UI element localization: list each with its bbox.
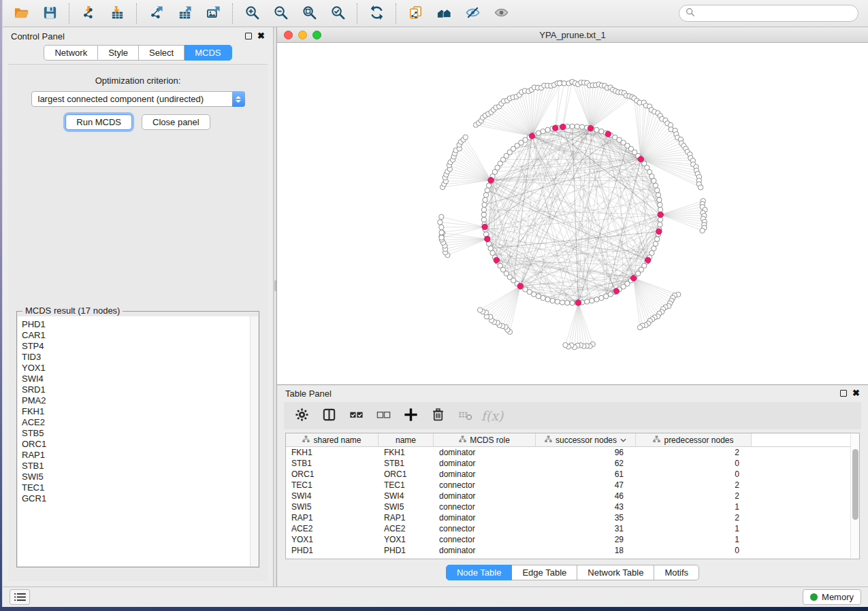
mcds-result-item[interactable]: STB5 <box>22 428 250 439</box>
mcds-result-item[interactable]: SWI5 <box>22 472 250 482</box>
zoom-out-button[interactable] <box>266 2 295 25</box>
mcds-result-item[interactable]: ORC1 <box>22 439 250 450</box>
table-row[interactable]: SWI4SWI4dominator462 <box>286 491 859 501</box>
table-cell[interactable]: connector <box>434 501 536 512</box>
show-all-button[interactable] <box>487 2 515 25</box>
table-cell[interactable]: 1 <box>636 523 752 534</box>
refresh-view-button[interactable] <box>362 2 391 25</box>
save-session-button[interactable] <box>35 2 64 25</box>
table-scrollbar[interactable] <box>850 434 859 558</box>
table-cell[interactable]: dominator <box>434 512 536 523</box>
mcds-result-item[interactable]: PHD1 <box>22 319 250 330</box>
import-network-button[interactable] <box>74 2 103 25</box>
mcds-result-item[interactable]: GCR1 <box>22 493 250 504</box>
mcds-result-scrollbar[interactable] <box>250 316 258 566</box>
tab-motifs[interactable]: Motifs <box>654 565 699 580</box>
duplicate-network-button[interactable] <box>401 2 430 25</box>
close-panel-icon[interactable]: ✖ <box>257 33 265 39</box>
table-cell[interactable]: 0 <box>636 469 752 480</box>
table-cell[interactable]: 61 <box>536 469 636 480</box>
table-cell[interactable]: ORC1 <box>379 469 434 480</box>
mcds-result-item[interactable]: RAP1 <box>22 450 250 461</box>
hide-selected-button[interactable] <box>458 2 487 25</box>
column-header-successor-nodes[interactable]: successor nodes <box>536 433 636 447</box>
float-panel-icon[interactable] <box>245 33 252 39</box>
table-scrollbar-thumb[interactable] <box>852 449 858 520</box>
table-cell[interactable]: 2 <box>636 512 752 523</box>
table-cell[interactable]: RAP1 <box>286 512 379 523</box>
table-cell[interactable]: RAP1 <box>379 512 434 523</box>
table-row[interactable]: TEC1TEC1connector472 <box>286 480 859 491</box>
table-cell[interactable]: ACE2 <box>286 523 379 534</box>
table-cell[interactable]: FKH1 <box>379 447 434 458</box>
table-cell[interactable]: 47 <box>536 480 636 491</box>
mcds-result-item[interactable]: TEC1 <box>22 482 250 493</box>
first-neighbors-button[interactable] <box>430 2 458 25</box>
network-window-titlebar[interactable]: YPA_prune.txt_1 <box>277 27 868 43</box>
close-table-panel-icon[interactable]: ✖ <box>852 390 860 397</box>
table-cell[interactable]: 31 <box>536 523 636 534</box>
column-header-name[interactable]: name <box>379 433 434 447</box>
table-cell[interactable]: 2 <box>636 447 752 458</box>
table-cell[interactable]: STB1 <box>286 458 379 469</box>
table-cell[interactable]: connector <box>434 480 536 491</box>
table-row[interactable]: PHD1PHD1dominator180 <box>286 545 859 556</box>
tab-network[interactable]: Network <box>44 45 98 61</box>
table-cell[interactable]: 43 <box>536 501 636 512</box>
tab-node-table[interactable]: Node Table <box>446 565 513 580</box>
table-cell[interactable]: SWI5 <box>286 501 379 512</box>
delete-rows-button[interactable] <box>425 404 450 427</box>
memory-button[interactable]: Memory <box>803 589 861 605</box>
mcds-result-item[interactable]: STB1 <box>22 461 250 472</box>
table-cell[interactable]: SWI4 <box>286 491 379 501</box>
mcds-result-item[interactable]: TID3 <box>22 352 250 363</box>
tab-style[interactable]: Style <box>98 45 139 61</box>
table-cell[interactable]: TEC1 <box>286 480 379 491</box>
tab-edge-table[interactable]: Edge Table <box>512 565 577 580</box>
tab-select[interactable]: Select <box>139 45 184 61</box>
table-cell[interactable]: SWI4 <box>379 491 434 501</box>
table-cell[interactable]: STB1 <box>379 458 434 469</box>
search-box[interactable] <box>679 5 858 22</box>
table-cell[interactable]: YOX1 <box>286 534 379 545</box>
mcds-result-item[interactable]: ACE2 <box>22 417 250 428</box>
export-table-button[interactable] <box>170 2 199 25</box>
column-header-shared-name[interactable]: shared name <box>286 433 379 447</box>
zoom-fit-button[interactable] <box>295 2 323 25</box>
mcds-result-item[interactable]: STP4 <box>22 341 250 352</box>
table-row[interactable]: STB1STB1dominator620 <box>286 458 859 469</box>
close-panel-button[interactable]: Close panel <box>142 114 210 130</box>
table-cell[interactable]: connector <box>434 534 536 545</box>
open-session-button[interactable] <box>7 2 35 25</box>
mcds-result-item[interactable]: YOX1 <box>22 363 250 374</box>
float-table-panel-icon[interactable] <box>840 390 847 397</box>
task-history-button[interactable] <box>10 589 30 605</box>
table-cell[interactable]: 96 <box>536 447 636 458</box>
table-cell[interactable]: PHD1 <box>379 545 434 556</box>
mcds-result-list[interactable]: PHD1CAR1STP4TID3YOX1SWI4SRD1PMA2FKH1ACE2… <box>18 316 258 566</box>
table-cell[interactable]: 1 <box>636 534 752 545</box>
table-cell[interactable]: 46 <box>536 491 636 501</box>
table-cell[interactable]: connector <box>434 523 536 534</box>
select-all-checks-button[interactable] <box>344 404 368 427</box>
table-cell[interactable]: 18 <box>536 545 636 556</box>
mcds-result-item[interactable]: CAR1 <box>22 330 250 341</box>
mcds-result-item[interactable]: SWI4 <box>22 374 250 384</box>
table-cell[interactable]: dominator <box>434 458 536 469</box>
table-cell[interactable]: PHD1 <box>286 545 379 556</box>
table-settings-button[interactable] <box>289 404 314 427</box>
export-network-button[interactable] <box>142 2 170 25</box>
table-row[interactable]: ACE2ACE2connector311 <box>286 523 859 534</box>
table-cell[interactable]: 2 <box>636 480 752 491</box>
table-cell[interactable]: FKH1 <box>286 447 379 458</box>
table-row[interactable]: SWI5SWI5connector431 <box>286 501 859 512</box>
export-image-button[interactable] <box>199 2 227 25</box>
table-cell[interactable]: 29 <box>536 534 636 545</box>
table-cell[interactable]: TEC1 <box>379 480 434 491</box>
search-input[interactable] <box>699 8 852 18</box>
network-canvas[interactable] <box>277 43 868 384</box>
new-column-button[interactable] <box>317 404 341 427</box>
table-cell[interactable]: 1 <box>636 501 752 512</box>
column-header-MCDS-role[interactable]: MCDS role <box>434 433 536 447</box>
table-row[interactable]: ORC1ORC1dominator610 <box>286 469 859 480</box>
